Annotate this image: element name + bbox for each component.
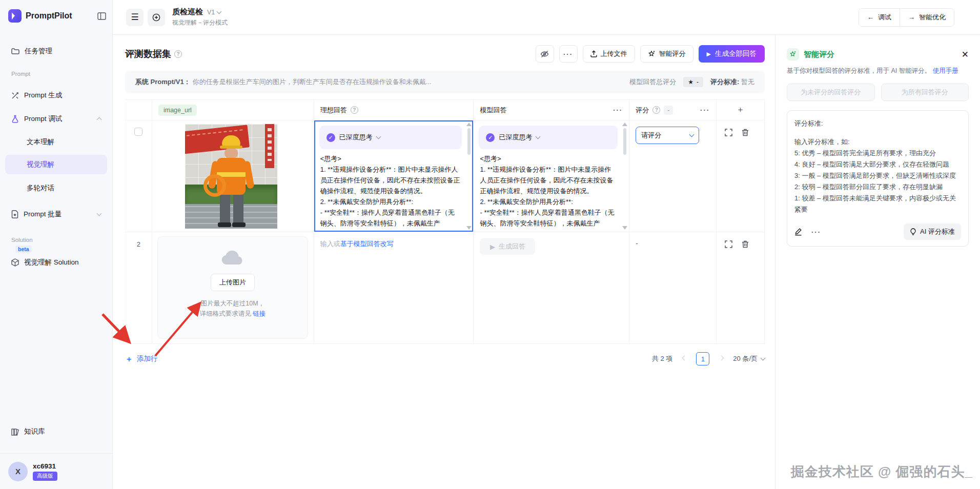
sidebar-item-label: 文本理解: [27, 137, 54, 147]
sidebar-item-knowledge[interactable]: 知识库: [5, 421, 107, 442]
score-col-label: 评分: [636, 106, 649, 115]
header-score-col[interactable]: 评分 ? - ···: [629, 100, 717, 120]
sidebar-item-vision-solution[interactable]: beta 视觉理解 Solution: [5, 252, 107, 273]
upload-hint-line1: 图片最大不超过10M，: [200, 298, 266, 309]
scroll-down-icon: [622, 226, 627, 230]
ideal-placeholder: 输入或: [320, 240, 340, 248]
debug-tab[interactable]: ← 调试: [859, 9, 900, 26]
criteria-editor[interactable]: 评分标准: 输入评分标准，如: 5: 优秀 – 模型回答完全满足所有要求，理由充…: [787, 110, 969, 247]
manual-link[interactable]: 使用手册: [933, 67, 958, 74]
row2-score-cell[interactable]: -: [629, 232, 717, 344]
upload-dropzone[interactable]: 上传图片 图片最大不超过10M， 详细格式要求请见 链接: [157, 236, 308, 339]
section-label-solution: Solution: [11, 237, 33, 243]
sidebar-sub-multi-turn[interactable]: 多轮对话: [5, 178, 107, 198]
expand-icon[interactable]: [725, 129, 732, 136]
row1-ideal-cell[interactable]: ✓ 已深度思考 <思考> 1. **违规操作设备分析**：图片中未显示操作人员正…: [314, 120, 474, 232]
eye-off-icon: [540, 50, 549, 58]
row-checkbox[interactable]: [134, 128, 142, 136]
score-all-button[interactable]: 为所有回答评分: [881, 84, 969, 101]
model-answer-text[interactable]: <思考> 1. **违规操作设备分析**：图片中未显示操作人员正在操作任何设备，…: [480, 153, 617, 229]
system-prompt-bar[interactable]: 系统 Prompt/V1： 你的任务是根据生产车间的图片，判断生产车间是否存在违…: [125, 71, 765, 93]
row2-model-cell: ▶ 生成回答: [474, 232, 629, 344]
cloud-upload-icon: [221, 250, 244, 267]
new-version-button[interactable]: [148, 9, 165, 26]
score-select[interactable]: 请评分: [636, 127, 699, 144]
close-icon[interactable]: ✕: [962, 50, 969, 59]
section-label-prompt: Prompt: [11, 71, 30, 77]
sidebar-item-label: Prompt 生成: [24, 91, 62, 100]
format-link[interactable]: 链接: [253, 310, 266, 317]
criteria-line: 1: 较差 – 模型回答未能满足关键要求，内容极少或无关紧要: [794, 193, 961, 215]
sidebar-item-prompt-batch[interactable]: Prompt 批量: [5, 204, 107, 225]
header-model-col[interactable]: 模型回答 ···: [474, 100, 629, 120]
ideal-answer-text[interactable]: <思考> 1. **违规操作设备分析**：图片中未显示操作人员正在操作任何设备，…: [320, 153, 461, 229]
sidebar-item-label: 视觉理解 Solution: [24, 258, 79, 267]
sidebar-sub-text-understanding[interactable]: 文本理解: [5, 132, 107, 152]
generate-all-button[interactable]: ▶ 生成全部回答: [699, 45, 765, 63]
header-image-col[interactable]: image_url: [152, 100, 314, 120]
page-size-select[interactable]: 20 条/页: [733, 354, 765, 363]
row2-ideal-cell[interactable]: 输入或基于模型回答改写: [314, 232, 474, 344]
edit-icon[interactable]: [794, 228, 802, 236]
version-select[interactable]: V1: [207, 9, 221, 16]
watermark: 掘金技术社区 @ 倔强的石头_: [791, 463, 973, 481]
username: xc6931: [33, 462, 57, 470]
current-page[interactable]: 1: [696, 352, 709, 365]
next-page-button[interactable]: [714, 352, 728, 365]
scrollbar[interactable]: [466, 123, 472, 230]
sidebar-item-prompt-debug[interactable]: Prompt 调试: [5, 109, 107, 129]
sidebar-item-prompt-gen[interactable]: Prompt 生成: [5, 85, 107, 106]
play-icon: ▶: [707, 51, 711, 57]
generate-answer-button[interactable]: ▶ 生成回答: [480, 238, 535, 255]
upload-image-button[interactable]: 上传图片: [211, 274, 255, 291]
ellipsis-icon[interactable]: ···: [700, 106, 710, 114]
row1-select-cell: [126, 120, 152, 232]
ellipsis-icon: ···: [563, 50, 573, 58]
add-row-button[interactable]: ＋ 添加行: [125, 354, 158, 364]
scrollbar[interactable]: [622, 123, 628, 230]
sidebar-sub-vision-understanding[interactable]: 视觉理解: [5, 155, 107, 174]
user-area[interactable]: X xc6931 高级版: [0, 453, 112, 489]
plus-icon: ＋: [737, 105, 745, 115]
expand-icon[interactable]: [725, 240, 732, 248]
header-ideal-col[interactable]: 理想回答 ?: [314, 100, 474, 120]
plus-circle-icon: [152, 13, 160, 22]
page-size-label: 20 条/页: [733, 354, 758, 363]
deep-think-toggle[interactable]: ✓ 已深度思考: [319, 126, 462, 149]
hide-columns-button[interactable]: [536, 45, 554, 63]
check-circle-icon: ✓: [326, 133, 335, 142]
model-col-label: 模型回答: [480, 106, 506, 115]
smart-score-button[interactable]: 智能评分: [640, 45, 693, 63]
menu-button[interactable]: ☰: [126, 9, 144, 26]
trash-icon[interactable]: [742, 240, 749, 248]
deep-think-toggle[interactable]: ✓ 已深度思考: [479, 126, 618, 149]
ellipsis-icon[interactable]: ···: [811, 228, 821, 236]
panel-desc: 基于你对模型回答的评分标准，用于 AI 智能评分。: [787, 67, 931, 74]
doc-subtitle: 视觉理解－评分模式: [172, 18, 228, 27]
scroll-up-icon: [622, 123, 627, 126]
row1-image-cell[interactable]: [152, 120, 314, 232]
brick-wall: [185, 204, 277, 229]
total-score-pill[interactable]: ★ -: [683, 77, 703, 87]
chevron-down-icon: [217, 9, 222, 14]
sidebar-item-tasks[interactable]: 任务管理: [5, 41, 107, 62]
mode-switcher: ← 调试 → 智能优化: [859, 8, 954, 27]
sidebar-collapse-icon[interactable]: [97, 12, 106, 20]
rewrite-link[interactable]: 基于模型回答改写: [340, 240, 394, 248]
total-score-label: 模型回答总评分: [629, 77, 676, 87]
upload-file-button[interactable]: 上传文件: [583, 45, 635, 63]
optimize-tab[interactable]: → 智能优化: [900, 9, 954, 26]
score-unscored-button[interactable]: 为未评分的回答评分: [787, 84, 875, 101]
row2-actions-cell: [717, 232, 765, 344]
header-add-col[interactable]: ＋: [717, 100, 765, 120]
more-button[interactable]: ···: [559, 45, 578, 63]
system-prompt-label: 系统 Prompt/V1：: [135, 77, 191, 87]
ellipsis-icon[interactable]: ···: [613, 106, 623, 114]
row1-model-cell[interactable]: ✓ 已深度思考 <思考> 1. **违规操作设备分析**：图片中未显示操作人员正…: [474, 120, 629, 232]
criteria-line: 输入评分标准，如:: [794, 136, 961, 148]
row2-image-cell: 上传图片 图片最大不超过10M， 详细格式要求请见 链接: [152, 232, 314, 344]
trash-icon[interactable]: [742, 129, 749, 136]
ai-criteria-button[interactable]: AI 评分标准: [904, 223, 961, 240]
prev-page-button[interactable]: [678, 352, 691, 365]
sidebar: PromptPilot 任务管理 Prompt Prompt 生成 Prompt…: [0, 0, 113, 489]
